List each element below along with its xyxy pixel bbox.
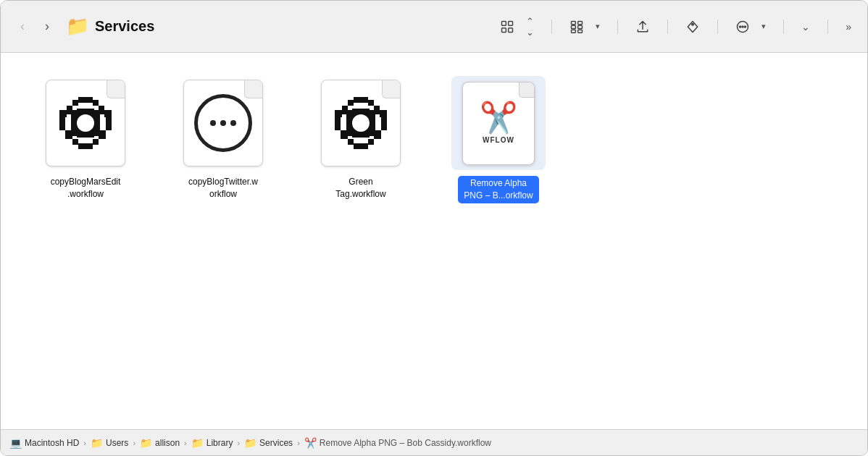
- more-button[interactable]: [731, 17, 754, 37]
- svg-rect-3: [509, 28, 513, 32]
- toolbar-divider-4: [717, 20, 718, 34]
- svg-rect-6: [572, 25, 576, 28]
- svg-rect-7: [578, 25, 583, 28]
- view-grid-button[interactable]: [496, 17, 519, 37]
- chevron-up-down-icon: ⌃⌄: [526, 16, 534, 38]
- expand-icon: ⌄: [801, 21, 810, 33]
- breadcrumb-separator: ›: [297, 439, 300, 447]
- view-list-group: ▾: [565, 17, 604, 37]
- breadcrumb-separator: ›: [237, 439, 240, 447]
- wflow-document-icon: ✂️ WFLOW: [462, 82, 535, 165]
- toolbar-divider-5: [783, 20, 784, 34]
- svg-rect-39: [342, 106, 348, 114]
- svg-point-13: [742, 26, 743, 28]
- forward-button[interactable]: ›: [37, 17, 57, 37]
- svg-rect-31: [72, 110, 78, 116]
- automator-icon: ✂️: [480, 103, 517, 133]
- svg-rect-40: [374, 106, 380, 114]
- list-icon: [569, 20, 584, 34]
- svg-rect-27: [93, 139, 99, 145]
- svg-rect-22: [59, 116, 65, 130]
- svg-rect-49: [354, 143, 368, 149]
- breadcrumb-separator: ›: [184, 439, 187, 447]
- svg-rect-34: [93, 130, 99, 136]
- nav-buttons: ‹ ›: [12, 17, 57, 37]
- svg-rect-44: [381, 116, 387, 130]
- svg-rect-33: [72, 130, 78, 136]
- wflow-label: WFLOW: [483, 136, 514, 144]
- share-icon: [635, 20, 650, 34]
- toolbar-divider-6: [827, 20, 828, 34]
- toolbar-divider-2: [617, 20, 618, 34]
- svg-rect-36: [354, 97, 368, 103]
- svg-rect-53: [368, 110, 374, 116]
- wflow-icon-wrapper: ✂️ WFLOW: [451, 76, 546, 170]
- services-folder-icon: 📁: [244, 437, 256, 449]
- more-group: ▾: [731, 17, 770, 37]
- svg-rect-55: [368, 130, 374, 136]
- view-list-button[interactable]: [565, 17, 588, 37]
- file-icon-wrapper: [314, 76, 408, 170]
- more-chevron[interactable]: ▾: [757, 19, 770, 34]
- main-content: copyBlogMarsEdit.workflow copyBlogTwitte…: [1, 53, 867, 429]
- list-item[interactable]: GreenTag.workflow: [299, 70, 422, 206]
- svg-rect-43: [335, 116, 341, 130]
- statusbar: 💻 Macintosh HD › 📁 Users › 📁 allison › 📁…: [1, 429, 867, 455]
- workflow-document-icon: [46, 80, 125, 166]
- tag-button[interactable]: [681, 17, 704, 37]
- svg-rect-0: [502, 21, 506, 25]
- svg-rect-48: [368, 139, 374, 145]
- svg-point-10: [692, 23, 694, 25]
- svg-rect-8: [572, 30, 576, 33]
- breadcrumb: 📁 Library: [191, 437, 233, 449]
- workflow-document-icon: [183, 80, 263, 166]
- svg-rect-2: [502, 28, 506, 32]
- svg-rect-32: [93, 110, 99, 116]
- workflow-file-icon: ✂️: [304, 437, 317, 449]
- file-name: GreenTag.workflow: [335, 176, 385, 200]
- svg-point-12: [740, 26, 741, 28]
- toolbar: ‹ › 📁 Services ⌃⌄: [1, 1, 867, 53]
- dot-icon: [210, 120, 216, 126]
- expand-button[interactable]: ⌄: [797, 18, 814, 35]
- file-name-selected: Remove AlphaPNG – B...orkflow: [458, 176, 538, 203]
- svg-rect-15: [78, 97, 93, 103]
- svg-rect-23: [106, 116, 112, 130]
- breadcrumb: ✂️ Remove Alpha PNG – Bob Cassidy.workfl…: [304, 437, 491, 449]
- grid-icon: [500, 20, 514, 34]
- share-button[interactable]: [631, 17, 654, 37]
- overflow-icon: »: [846, 21, 851, 33]
- users-folder-icon: 📁: [91, 437, 103, 449]
- dot-icon: [220, 120, 226, 126]
- breadcrumb-file: Remove Alpha PNG – Bob Cassidy.workflow: [320, 438, 491, 448]
- overflow-button[interactable]: »: [841, 18, 856, 35]
- back-button[interactable]: ‹: [12, 17, 33, 37]
- file-grid: copyBlogMarsEdit.workflow copyBlogTwitte…: [24, 70, 844, 209]
- breadcrumb: 💻 Macintosh HD: [9, 437, 79, 449]
- file-icon-wrapper: [176, 76, 270, 170]
- svg-rect-54: [348, 130, 354, 136]
- dot-icon: [230, 120, 236, 126]
- view-sort-button[interactable]: ⌃⌄: [522, 13, 538, 41]
- macintosh-hd-icon: 💻: [9, 437, 22, 449]
- svg-point-35: [77, 114, 94, 132]
- library-folder-icon: 📁: [191, 437, 204, 449]
- svg-rect-47: [348, 139, 354, 145]
- breadcrumb: 📁 allison: [140, 437, 180, 449]
- gear-icon: [57, 94, 114, 152]
- list-item[interactable]: copyBlogMarsEdit.workflow: [24, 70, 147, 206]
- dots-circle-icon: [194, 94, 252, 152]
- more-chevron-down-icon: ▾: [761, 22, 766, 31]
- view-list-chevron[interactable]: ▾: [591, 19, 604, 34]
- breadcrumb-separator: ›: [133, 439, 135, 447]
- list-item[interactable]: copyBlogTwitter.workflow: [162, 70, 285, 206]
- file-icon-wrapper: [38, 76, 133, 170]
- list-item[interactable]: ✂️ WFLOW Remove AlphaPNG – B...orkflow: [437, 70, 560, 209]
- file-name: copyBlogMarsEdit.workflow: [51, 176, 121, 200]
- svg-rect-17: [93, 100, 99, 106]
- toolbar-divider-1: [551, 20, 552, 34]
- breadcrumb-users: Users: [106, 438, 128, 448]
- svg-rect-37: [348, 100, 354, 106]
- svg-rect-38: [368, 100, 374, 106]
- window-title: Services: [95, 18, 154, 35]
